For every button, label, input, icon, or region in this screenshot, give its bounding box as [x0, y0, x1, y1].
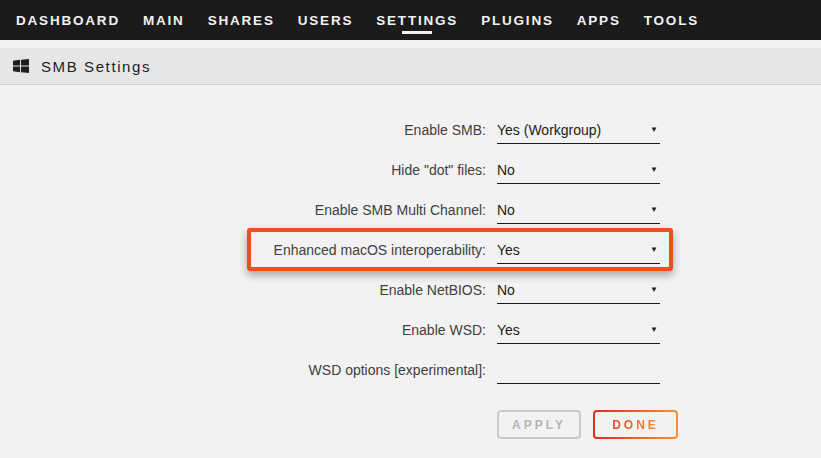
form-row-wsd-options: WSD options [experimental]:	[0, 350, 821, 390]
hide-dot-files-label: Hide "dot" files:	[0, 150, 486, 190]
nav-item-shares[interactable]: SHARES	[208, 0, 275, 40]
form-row-macos-interoperability: Enhanced macOS interoperability: Yes ▼	[0, 230, 821, 270]
top-navbar: DASHBOARD MAIN SHARES USERS SETTINGS PLU…	[0, 0, 821, 40]
dropdown-arrow-icon: ▼	[650, 206, 658, 214]
form-row-enable-wsd: Enable WSD: Yes ▼	[0, 310, 821, 350]
nav-item-main[interactable]: MAIN	[143, 0, 185, 40]
enable-wsd-label: Enable WSD:	[0, 310, 486, 350]
enable-smb-value: Yes (Workgroup)	[497, 122, 601, 138]
form-row-smb-multi-channel: Enable SMB Multi Channel: No ▼	[0, 190, 821, 230]
dropdown-arrow-icon: ▼	[650, 126, 658, 134]
done-button[interactable]: DONE	[593, 410, 678, 439]
enable-smb-select[interactable]: Yes (Workgroup) ▼	[497, 116, 660, 144]
nav-item-dashboard[interactable]: DASHBOARD	[16, 0, 120, 40]
nav-item-plugins[interactable]: PLUGINS	[481, 0, 554, 40]
form-row-enable-netbios: Enable NetBIOS: No ▼	[0, 270, 821, 310]
hide-dot-files-select[interactable]: No ▼	[497, 156, 660, 184]
button-row: APPLY DONE	[497, 410, 821, 439]
form-row-enable-smb: Enable SMB: Yes (Workgroup) ▼	[0, 110, 821, 150]
nav-item-users[interactable]: USERS	[298, 0, 354, 40]
enable-wsd-select[interactable]: Yes ▼	[497, 316, 660, 344]
macos-interoperability-label: Enhanced macOS interoperability:	[0, 230, 486, 270]
dropdown-arrow-icon: ▼	[650, 326, 658, 334]
smb-multi-channel-value: No	[497, 202, 515, 218]
macos-interoperability-value: Yes	[497, 242, 520, 258]
dropdown-arrow-icon: ▼	[650, 246, 658, 254]
wsd-options-input[interactable]	[497, 356, 660, 384]
apply-button[interactable]: APPLY	[497, 410, 581, 439]
enable-smb-label: Enable SMB:	[0, 110, 486, 150]
enable-netbios-value: No	[497, 282, 515, 298]
hide-dot-files-value: No	[497, 162, 515, 178]
nav-item-tools[interactable]: TOOLS	[644, 0, 699, 40]
enable-wsd-value: Yes	[497, 322, 520, 338]
dropdown-arrow-icon: ▼	[650, 166, 658, 174]
wsd-options-label: WSD options [experimental]:	[0, 350, 486, 390]
done-button-label: DONE	[612, 418, 659, 432]
section-header: SMB Settings	[0, 48, 821, 85]
dropdown-arrow-icon: ▼	[650, 286, 658, 294]
macos-interoperability-select[interactable]: Yes ▼	[497, 236, 660, 264]
nav-item-apps[interactable]: APPS	[577, 0, 621, 40]
enable-netbios-select[interactable]: No ▼	[497, 276, 660, 304]
enable-netbios-label: Enable NetBIOS:	[0, 270, 486, 310]
smb-multi-channel-select[interactable]: No ▼	[497, 196, 660, 224]
form-row-hide-dot-files: Hide "dot" files: No ▼	[0, 150, 821, 190]
spacer-strip	[0, 40, 821, 48]
smb-settings-form: Enable SMB: Yes (Workgroup) ▼ Hide "dot"…	[0, 85, 821, 457]
windows-icon	[13, 59, 29, 73]
page-title: SMB Settings	[41, 58, 151, 75]
nav-item-settings[interactable]: SETTINGS	[376, 0, 458, 40]
smb-multi-channel-label: Enable SMB Multi Channel:	[0, 190, 486, 230]
